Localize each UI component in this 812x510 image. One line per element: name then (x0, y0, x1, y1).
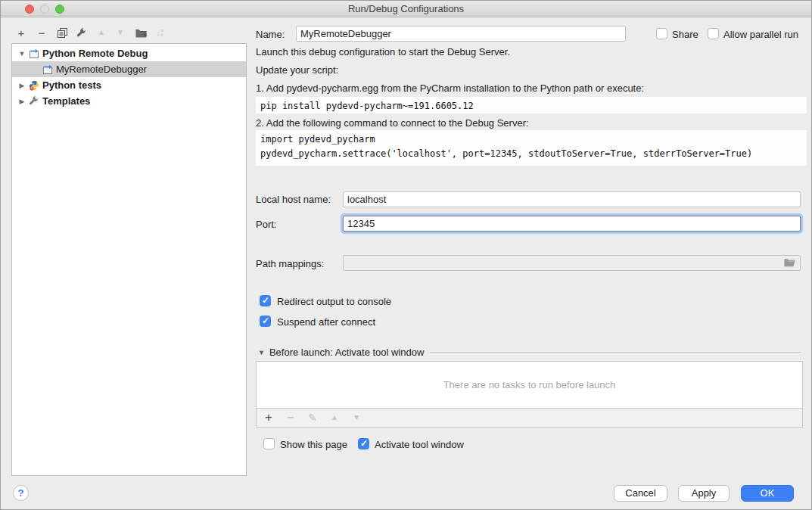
cancel-button[interactable]: Cancel (614, 485, 667, 502)
chevron-right-icon[interactable]: ▶ (17, 98, 26, 105)
run-config-icon (28, 48, 39, 59)
before-launch-section-header[interactable]: ▼ Before launch: Activate tool window (258, 347, 801, 358)
move-down-icon: ▼ (114, 26, 127, 39)
configurations-tree: ▼ Python Remote Debug MyRemoteDebugger ▶… (11, 43, 247, 476)
run-config-icon (42, 64, 53, 75)
settrace-code: import pydevd_pycharm pydevd_pycharm.set… (256, 130, 807, 166)
wrench-icon (28, 95, 39, 107)
pip-install-code: pip install pydevd-pycharm~=191.6605.12 (256, 97, 807, 114)
add-icon[interactable]: + (14, 26, 28, 39)
tree-item-myremotedebugger[interactable]: MyRemoteDebugger (12, 61, 246, 77)
local-host-name-input[interactable] (343, 191, 801, 207)
tree-item-python-tests[interactable]: ▶ Python tests (12, 77, 246, 93)
instruction-step-1: 1. Add pydevd-pycharm.egg from the PyCha… (256, 82, 644, 94)
python-tests-icon (28, 79, 39, 91)
sort-alphabetically-icon: ↓ az (153, 26, 166, 39)
move-task-up-icon: ▲ (328, 414, 341, 421)
window-title: Run/Debug Configurations (1, 3, 811, 14)
apply-button[interactable]: Apply (678, 485, 730, 502)
new-folder-icon[interactable] (134, 26, 148, 39)
instruction-step-2: 2. Add the following command to connect … (256, 117, 529, 129)
activate-tool-window-checkbox[interactable] (358, 438, 369, 449)
browse-folder-icon[interactable] (784, 258, 796, 270)
port-input[interactable] (343, 216, 801, 232)
show-this-page-checkbox[interactable] (263, 438, 275, 449)
add-task-icon[interactable]: + (263, 412, 275, 424)
redirect-output-label: Redirect output to console (277, 296, 391, 307)
instruction-line-2: Update your script: (256, 64, 338, 76)
redirect-output-checkbox[interactable] (260, 295, 271, 306)
move-up-icon: ▲ (95, 26, 108, 39)
before-launch-toolbar: + − ✎ ▲ ▼ (256, 409, 803, 428)
tree-item-label: MyRemoteDebugger (56, 64, 147, 75)
instruction-line-1: Launch this debug configuration to start… (256, 46, 510, 58)
move-task-down-icon: ▼ (350, 414, 362, 421)
edit-task-icon: ✎ (306, 412, 319, 423)
remove-icon[interactable]: − (35, 26, 48, 39)
port-label: Port: (256, 219, 276, 230)
path-mappings-label: Path mappings: (256, 258, 324, 269)
local-host-name-label: Local host name: (256, 194, 331, 205)
path-mappings-input[interactable] (343, 255, 801, 271)
suspend-after-connect-checkbox[interactable] (260, 316, 271, 327)
chevron-right-icon[interactable]: ▶ (17, 82, 26, 89)
help-button[interactable]: ? (13, 485, 29, 501)
remove-task-icon: − (285, 412, 297, 424)
share-checkbox[interactable] (656, 28, 667, 39)
name-input[interactable] (296, 26, 626, 42)
before-launch-task-list[interactable]: There are no tasks to run before launch (256, 361, 803, 409)
edit-defaults-wrench-icon[interactable] (74, 26, 88, 39)
run-debug-configurations-dialog: Run/Debug Configurations + − ▲ ▼ ↓ az ▼ … (0, 0, 812, 510)
name-label: Name: (256, 29, 285, 40)
tree-item-label: Python Remote Debug (42, 48, 148, 59)
suspend-after-connect-label: Suspend after connect (277, 316, 375, 328)
allow-parallel-run-label: Allow parallel run (723, 29, 798, 40)
title-bar: Run/Debug Configurations (1, 1, 811, 17)
copy-icon[interactable] (55, 26, 69, 39)
chevron-down-icon[interactable]: ▼ (17, 50, 26, 58)
tree-item-label: Templates (42, 95, 90, 107)
ok-button[interactable]: OK (741, 485, 794, 502)
before-launch-title: Before launch: Activate tool window (269, 347, 425, 358)
tree-item-templates[interactable]: ▶ Templates (12, 93, 246, 109)
share-label: Share (672, 29, 698, 40)
tree-item-label: Python tests (42, 79, 101, 91)
empty-tasks-message: There are no tasks to run before launch (443, 379, 616, 390)
allow-parallel-run-checkbox[interactable] (708, 28, 719, 39)
activate-tool-window-label: Activate tool window (375, 439, 464, 450)
tree-item-python-remote-debug[interactable]: ▼ Python Remote Debug (12, 45, 246, 61)
show-this-page-label: Show this page (280, 439, 347, 450)
chevron-down-icon[interactable]: ▼ (258, 349, 265, 356)
section-separator (430, 352, 801, 353)
